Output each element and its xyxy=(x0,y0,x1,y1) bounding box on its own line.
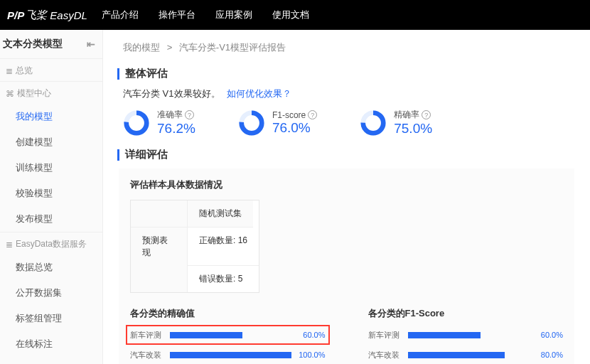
metric-value: 75.0% xyxy=(394,121,432,136)
topnav-item-0[interactable]: 产品介绍 xyxy=(102,9,139,21)
bar-fill xyxy=(170,332,242,338)
overall-metrics: 准确率 ?76.2%F1-score ?76.0%精确率 ?75.0% xyxy=(123,109,590,136)
metric: F1-score ?76.0% xyxy=(238,109,317,136)
sidebar-item[interactable]: 在线标注 xyxy=(0,331,102,357)
group-label: 模型中心 xyxy=(17,87,51,100)
metric-value: 76.2% xyxy=(157,121,195,136)
sidebar-group[interactable]: ≣EasyData数据服务 xyxy=(0,232,102,255)
section-overall-title: 整体评估 xyxy=(117,67,570,80)
breadcrumb-root[interactable]: 我的模型 xyxy=(123,42,160,53)
group-icon: ≣ xyxy=(6,240,13,250)
bar-fill xyxy=(408,352,505,358)
bar-track xyxy=(408,332,530,338)
sidebar-group[interactable]: ⌘模型中心 xyxy=(0,81,102,104)
group-icon: ≣ xyxy=(6,66,13,76)
topnav-item-3[interactable]: 使用文档 xyxy=(272,9,309,21)
bar-track xyxy=(408,352,530,358)
main-content: 我的模型 > 汽车分类-V1模型评估报告 整体评估 汽车分类 V1效果较好。 如… xyxy=(103,30,590,364)
top-nav-bar: P/P 飞桨 EasyDL 产品介绍 操作平台 应用案例 使用文档 xyxy=(0,0,590,30)
table-cell-correct: 正确数量: 16 xyxy=(188,228,259,266)
table-col-header: 随机测试集 xyxy=(188,200,253,228)
sidebar-item[interactable]: 训练模型 xyxy=(0,155,102,181)
metric-label: 精确率 ? xyxy=(394,109,432,121)
breadcrumb-current: 汽车分类-V1模型评估报告 xyxy=(179,42,286,53)
sidebar: 文本分类模型 ⇤ ≣总览⌘模型中心我的模型创建模型训练模型校验模型发布模型≣Ea… xyxy=(0,30,103,364)
section-detail-title: 详细评估 xyxy=(117,148,570,161)
topnav-item-1[interactable]: 操作平台 xyxy=(159,9,195,21)
bar-row: 汽车改装100.0% xyxy=(130,347,326,363)
brand-logo[interactable]: P/P 飞桨 EasyDL xyxy=(7,9,87,22)
bar-value: 60.0% xyxy=(291,331,326,339)
sidebar-item[interactable]: 公开数据集 xyxy=(0,280,102,306)
chart-title: 各分类的精确值 xyxy=(130,307,326,320)
chart: 各分类的F1-Score新车评测60.0%汽车改装80.0%自驾游记88.9%买… xyxy=(368,307,564,364)
optimize-link[interactable]: 如何优化效果？ xyxy=(227,88,291,99)
metric-ring-icon xyxy=(360,109,387,136)
help-icon[interactable]: ? xyxy=(422,110,431,119)
bar-fill xyxy=(170,352,291,358)
chart-title: 各分类的F1-Score xyxy=(368,307,564,320)
detail-box: 评估样本具体数据情况 随机测试集 预测表现 正确数量: 16 错误数量: 5 各… xyxy=(119,168,574,364)
sidebar-item[interactable]: 我的模型 xyxy=(0,104,102,129)
sidebar-item[interactable]: 创建模型 xyxy=(0,129,102,155)
bar-track xyxy=(170,352,291,358)
group-icon: ⌘ xyxy=(6,89,14,99)
table-blank xyxy=(131,200,188,228)
table-row-header: 预测表现 xyxy=(131,228,188,266)
sidebar-item[interactable]: 智能标注 xyxy=(0,357,102,364)
chart: 各分类的精确值新车评测60.0%汽车改装100.0%自驾游记80.0%买车中心6… xyxy=(130,307,326,364)
logo-pp: P/P xyxy=(7,9,24,21)
logo-en: EasyDL xyxy=(50,9,87,21)
sidebar-item[interactable]: 标签组管理 xyxy=(0,306,102,331)
metric-label: F1-score ? xyxy=(272,110,317,120)
bar-label: 汽车改装 xyxy=(368,350,408,360)
metric-ring-icon xyxy=(123,109,150,136)
bar-value: 60.0% xyxy=(529,331,563,339)
metric-value: 76.0% xyxy=(272,120,317,136)
sidebar-title: 文本分类模型 xyxy=(3,38,63,50)
sidebar-item[interactable]: 校验模型 xyxy=(0,181,102,206)
charts-row: 各分类的精确值新车评测60.0%汽车改装100.0%自驾游记80.0%买车中心6… xyxy=(130,307,563,364)
help-icon[interactable]: ? xyxy=(185,110,194,119)
topnav-item-2[interactable]: 应用案例 xyxy=(215,9,252,21)
help-icon[interactable]: ? xyxy=(308,110,317,119)
bar-row: 新车评测60.0% xyxy=(130,327,326,343)
metric: 精确率 ?75.0% xyxy=(360,109,432,136)
metric-ring-icon xyxy=(238,109,265,136)
table-row-header-cont xyxy=(131,266,188,292)
sidebar-header: 文本分类模型 ⇤ xyxy=(0,30,102,58)
sidebar-item[interactable]: 数据总览 xyxy=(0,255,102,280)
group-label: 总览 xyxy=(16,65,33,77)
table-cell-wrong: 错误数量: 5 xyxy=(188,266,254,292)
metric: 准确率 ?76.2% xyxy=(123,109,195,136)
bar-row: 新车评测60.0% xyxy=(368,327,564,343)
overall-summary: 汽车分类 V1效果较好。 如何优化效果？ xyxy=(123,87,570,100)
metric-label: 准确率 ? xyxy=(157,109,195,121)
group-label: EasyData数据服务 xyxy=(16,238,87,250)
bar-value: 80.0% xyxy=(529,350,563,359)
breadcrumb-sep: > xyxy=(167,42,173,53)
bar-label: 新车评测 xyxy=(368,330,408,341)
breadcrumb: 我的模型 > 汽车分类-V1模型评估报告 xyxy=(103,30,590,64)
bar-row: 汽车改装80.0% xyxy=(368,347,564,363)
sidebar-item[interactable]: 发布模型 xyxy=(0,206,102,232)
detail-subtitle: 评估样本具体数据情况 xyxy=(130,178,563,191)
bar-value: 100.0% xyxy=(291,350,326,359)
overall-summary-text: 汽车分类 V1效果较好。 xyxy=(123,88,220,99)
bar-track xyxy=(170,332,291,338)
bar-label: 新车评测 xyxy=(130,330,170,341)
logo-zh: 飞桨 xyxy=(26,9,47,22)
top-nav: 产品介绍 操作平台 应用案例 使用文档 xyxy=(102,9,309,21)
bar-fill xyxy=(408,332,481,338)
sample-table: 随机测试集 预测表现 正确数量: 16 错误数量: 5 xyxy=(130,200,259,293)
collapse-icon[interactable]: ⇤ xyxy=(87,38,95,50)
sidebar-group[interactable]: ≣总览 xyxy=(0,58,102,81)
bar-label: 汽车改装 xyxy=(130,350,170,360)
